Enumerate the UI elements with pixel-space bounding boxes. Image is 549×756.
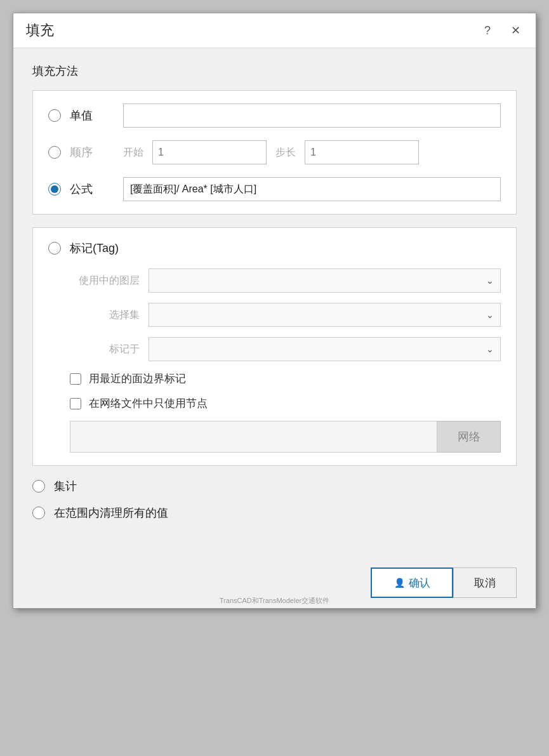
layer-row: 使用中的图层 ⌄ bbox=[70, 269, 501, 293]
layer-dropdown-arrow: ⌄ bbox=[486, 275, 494, 286]
selection-dropdown[interactable]: ⌄ bbox=[149, 303, 501, 327]
formula-row: 公式 [覆盖面积]/ Area* [城市人口] bbox=[48, 177, 501, 201]
help-button[interactable]: ? bbox=[479, 22, 496, 39]
confirm-button[interactable]: 👤 确认 bbox=[371, 567, 453, 598]
checkbox2-row: 在网络文件中只使用节点 bbox=[70, 396, 501, 411]
clear-range-label: 在范围内清理所有的值 bbox=[54, 505, 168, 521]
aggregate-row: 集计 bbox=[32, 479, 517, 494]
start-label: 开始 bbox=[123, 146, 143, 159]
tag-header-row: 标记(Tag) bbox=[48, 241, 501, 256]
cancel-button[interactable]: 取消 bbox=[453, 567, 517, 598]
mark-at-dropdown-arrow: ⌄ bbox=[486, 344, 494, 354]
sequence-row: 顺序 开始 步长 bbox=[48, 140, 501, 164]
formula-radio[interactable] bbox=[48, 183, 61, 196]
single-value-label: 单值 bbox=[70, 108, 114, 123]
bottom-options: 集计 在范围内清理所有的值 bbox=[32, 479, 517, 545]
step-input[interactable] bbox=[305, 140, 419, 164]
node-only-label: 在网络文件中只使用节点 bbox=[89, 396, 208, 411]
network-input[interactable] bbox=[70, 421, 437, 453]
single-value-row: 单值 bbox=[48, 103, 501, 128]
fill-method-section: 单值 顺序 开始 步长 公式 [覆盖面积]/ Area* [城市人口] bbox=[32, 90, 517, 215]
confirm-label: 确认 bbox=[409, 576, 430, 590]
mark-at-label: 标记于 bbox=[70, 343, 140, 356]
title-bar-buttons: ? ✕ bbox=[479, 22, 526, 39]
start-input[interactable] bbox=[152, 140, 267, 164]
selection-label: 选择集 bbox=[70, 308, 140, 322]
boundary-checkbox[interactable] bbox=[70, 373, 81, 385]
layer-dropdown[interactable]: ⌄ bbox=[149, 269, 501, 293]
formula-display[interactable]: [覆盖面积]/ Area* [城市人口] bbox=[123, 177, 501, 201]
confirm-icon: 👤 bbox=[394, 578, 405, 588]
close-button[interactable]: ✕ bbox=[506, 22, 526, 39]
clear-range-radio[interactable] bbox=[32, 507, 45, 519]
sequence-label: 顺序 bbox=[70, 145, 114, 160]
boundary-label: 用最近的面边界标记 bbox=[89, 371, 186, 386]
formula-label: 公式 bbox=[70, 182, 114, 197]
dialog-content: 填充方法 单值 顺序 开始 步长 公式 [覆盖面积]/ bbox=[13, 48, 536, 557]
watermark: TransCAD和TransModeler交通软件 bbox=[13, 596, 536, 608]
tag-fields: 使用中的图层 ⌄ 选择集 ⌄ 标记于 ⌄ bbox=[48, 269, 501, 453]
checkbox1-row: 用最近的面边界标记 bbox=[70, 371, 501, 386]
title-bar: 填充 ? ✕ bbox=[13, 13, 536, 48]
single-value-input[interactable] bbox=[123, 103, 501, 128]
dialog-title: 填充 bbox=[26, 21, 54, 40]
aggregate-label: 集计 bbox=[54, 479, 77, 494]
mark-at-dropdown[interactable]: ⌄ bbox=[149, 337, 501, 361]
selection-dropdown-arrow: ⌄ bbox=[486, 310, 494, 320]
mark-at-row: 标记于 ⌄ bbox=[70, 337, 501, 361]
network-row: 网络 bbox=[70, 421, 501, 453]
node-only-checkbox[interactable] bbox=[70, 398, 81, 409]
dialog-window: 填充 ? ✕ 填充方法 单值 顺序 开始 步长 bbox=[13, 13, 536, 609]
clear-range-row: 在范围内清理所有的值 bbox=[32, 505, 517, 521]
layer-label: 使用中的图层 bbox=[70, 274, 140, 288]
network-button[interactable]: 网络 bbox=[437, 421, 501, 453]
single-value-radio[interactable] bbox=[48, 109, 61, 122]
step-label: 步长 bbox=[275, 146, 296, 159]
tag-label: 标记(Tag) bbox=[70, 241, 119, 256]
fill-method-title: 填充方法 bbox=[32, 63, 517, 79]
aggregate-radio[interactable] bbox=[32, 480, 45, 493]
tag-radio[interactable] bbox=[48, 242, 61, 255]
selection-row: 选择集 ⌄ bbox=[70, 303, 501, 327]
sequence-radio[interactable] bbox=[48, 146, 61, 159]
tag-section: 标记(Tag) 使用中的图层 ⌄ 选择集 ⌄ bbox=[32, 227, 517, 466]
footer: 👤 确认 取消 TransCAD和TransModeler交通软件 bbox=[13, 557, 536, 608]
